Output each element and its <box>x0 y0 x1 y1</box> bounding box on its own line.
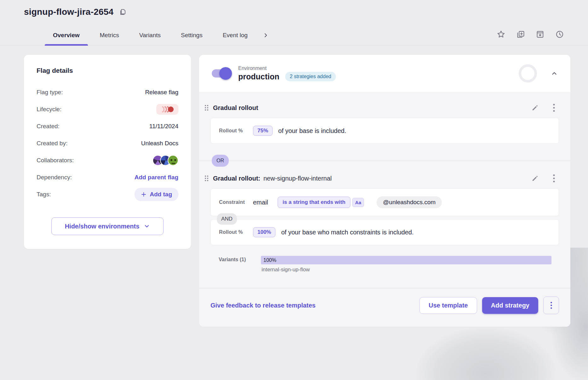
flag-overview-page: signup-flow-jira-2654 Overview Metrics V… <box>0 0 588 327</box>
rollout-description: of your base who match constraints is in… <box>281 229 413 236</box>
created-by-label: Created by: <box>37 140 67 147</box>
flag-details-card: Flag details Flag type: Release flag Lif… <box>24 55 191 249</box>
strategy-1-title: Gradual rollout <box>213 104 258 112</box>
strategies-list: Gradual rollout <box>199 92 570 327</box>
plus-icon <box>141 192 147 197</box>
rollout-label: Rollout % <box>219 229 253 235</box>
main-content: Flag details Flag type: Release flag Lif… <box>0 45 588 327</box>
environment-name: production <box>238 72 280 81</box>
environment-footer: Give feedback to release templates Use t… <box>199 288 570 327</box>
flag-type-row: Flag type: Release flag <box>37 84 178 101</box>
variants-label: Variants (1) <box>219 256 261 262</box>
environment-header: Environment production 2 strategies adde… <box>199 55 570 92</box>
copy-icon <box>119 8 127 16</box>
flag-actions <box>497 30 564 41</box>
add-tag-button[interactable]: Add tag <box>135 188 178 201</box>
add-tag-label: Add tag <box>150 191 172 198</box>
collaborator-avatars <box>153 155 178 166</box>
variant-distribution-bar: 100% <box>261 256 551 264</box>
copy-plus-icon <box>516 30 525 39</box>
created-label: Created: <box>37 123 60 130</box>
dependency-label: Dependency: <box>37 174 72 181</box>
strategy-2-actions <box>531 174 555 183</box>
tab-event-log[interactable]: Event log <box>213 25 258 45</box>
strategy-1-rollout-box: Rollout % 75% of your base is included. <box>210 118 559 144</box>
rollout-label: Rollout % <box>219 128 253 134</box>
environment-toggle[interactable] <box>212 69 230 78</box>
strategy-2-constraint-box: Constraint email is a string that ends w… <box>210 188 559 216</box>
chevron-up-icon <box>551 70 558 77</box>
lifecycle-label: Lifecycle: <box>37 106 61 113</box>
hide-show-environments-button[interactable]: Hide/show environments <box>51 217 164 235</box>
flag-details-title: Flag details <box>37 67 178 74</box>
constraint-value-chip: @unleashdocs.com <box>377 196 442 208</box>
tabs-overflow-button[interactable] <box>263 32 268 38</box>
created-row: Created: 11/11/2024 <box>37 118 178 135</box>
strategy-menu-button[interactable] <box>553 103 555 112</box>
environment-header-right <box>519 64 558 83</box>
copy-flag-name-button[interactable] <box>119 8 127 16</box>
copy-flag-button[interactable] <box>516 30 525 39</box>
strategy-2-name: new-signup-flow-internal <box>263 175 332 182</box>
archive-button[interactable] <box>536 30 545 39</box>
rollout-percent-chip: 75% <box>253 126 273 136</box>
exposure-ring <box>519 64 537 83</box>
collapse-environment-button[interactable] <box>551 70 558 77</box>
archive-down-icon <box>536 30 545 39</box>
collaborator-avatar[interactable] <box>168 155 178 166</box>
star-icon <box>497 30 505 39</box>
separator-line <box>199 161 570 161</box>
tab-variants[interactable]: Variants <box>129 25 171 45</box>
kebab-icon <box>553 174 555 183</box>
lifecycle-stage-badge[interactable] <box>156 104 178 115</box>
footer-actions: Use template Add strategy <box>419 297 559 314</box>
constraint-label: Constraint <box>219 199 253 205</box>
add-strategy-button[interactable]: Add strategy <box>482 297 538 314</box>
collaborators-row: Collaborators: <box>37 152 178 169</box>
page-title: signup-flow-jira-2654 <box>24 7 113 17</box>
edit-strategy-button[interactable] <box>531 175 539 182</box>
tab-overview[interactable]: Overview <box>43 25 90 45</box>
variants-section: Variants (1) 100% internal-sign-up-flow <box>199 245 570 288</box>
flag-type-label: Flag type: <box>37 89 63 96</box>
hide-show-environments-label: Hide/show environments <box>65 223 140 230</box>
tab-settings[interactable]: Settings <box>171 25 213 45</box>
constraint-field: email <box>253 199 268 206</box>
strategy-menu-button[interactable] <box>553 174 555 183</box>
edit-strategy-button[interactable] <box>531 104 539 112</box>
strategy-2-header: Gradual rollout: new-signup-flow-interna… <box>199 171 570 186</box>
case-sensitive-chip: Aa <box>352 198 364 207</box>
add-parent-flag-link[interactable]: Add parent flag <box>135 174 178 181</box>
page-header: signup-flow-jira-2654 <box>0 0 588 17</box>
release-templates-feedback-link[interactable]: Give feedback to release templates <box>210 302 316 309</box>
kebab-icon <box>550 301 552 309</box>
tabs-bar: Overview Metrics Variants Settings Event… <box>0 25 588 45</box>
favorite-button[interactable] <box>497 30 505 39</box>
dependency-row: Dependency: Add parent flag <box>37 169 178 186</box>
rollout-percent-chip: 100% <box>253 227 275 237</box>
variant-percent: 100% <box>263 257 276 263</box>
drag-handle-icon[interactable] <box>204 175 209 182</box>
lifecycle-row: Lifecycle: <box>37 101 178 118</box>
strategy-1-header: Gradual rollout <box>199 100 570 115</box>
strategy-separator: OR <box>199 151 570 171</box>
constraint-operator-chip: is a string that ends with <box>278 197 350 208</box>
pencil-icon <box>531 104 539 112</box>
created-value: 11/11/2024 <box>149 123 178 130</box>
strategies-count-badge: 2 strategies added <box>285 72 336 81</box>
tab-metrics[interactable]: Metrics <box>90 25 129 45</box>
environment-label: Environment <box>238 66 336 71</box>
toggle-thumb <box>219 67 232 80</box>
drag-handle-icon[interactable] <box>204 104 209 112</box>
created-by-value: Unleash Docs <box>141 140 178 147</box>
kebab-icon <box>553 103 555 112</box>
strategy-1-actions <box>531 103 555 112</box>
variants-bar-wrap: 100% internal-sign-up-flow <box>261 256 551 273</box>
variant-name: internal-sign-up-flow <box>261 267 551 273</box>
history-button[interactable] <box>555 30 564 39</box>
rollout-description: of your base is included. <box>278 127 346 135</box>
more-strategy-options-button[interactable] <box>543 297 559 314</box>
use-template-button[interactable]: Use template <box>419 297 477 314</box>
flag-type-value: Release flag <box>145 89 178 96</box>
collaborators-label: Collaborators: <box>37 157 74 164</box>
